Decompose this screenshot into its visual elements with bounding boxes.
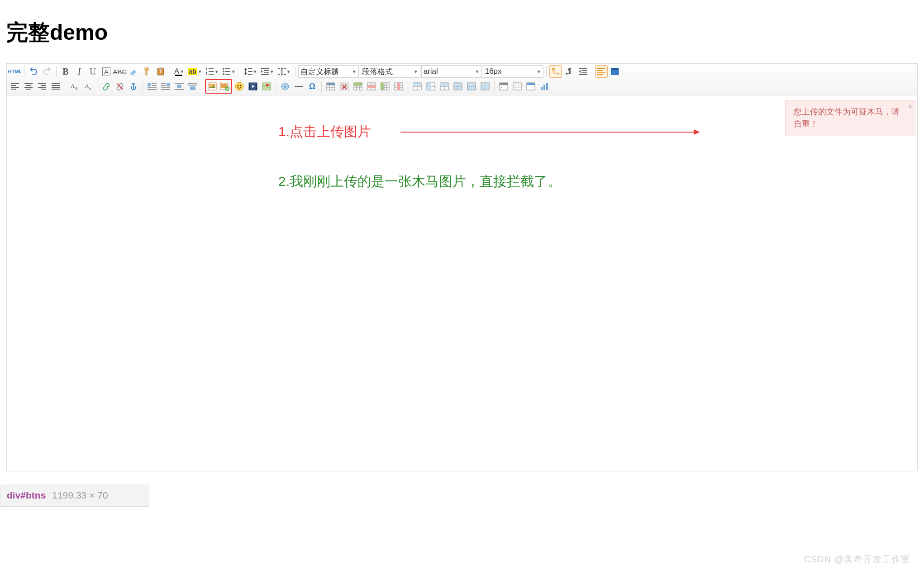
delete-row-button[interactable] <box>365 80 378 93</box>
split-cells-button[interactable] <box>452 80 464 93</box>
justify-full-button[interactable] <box>49 80 62 93</box>
split-cols-button[interactable] <box>479 80 491 93</box>
image-none-button[interactable] <box>186 80 199 93</box>
svg-rect-23 <box>284 68 286 69</box>
background-button[interactable] <box>511 80 524 93</box>
gmap-button[interactable] <box>279 80 291 93</box>
annotation-step2: 2.我刚刚上传的是一张木马图片，直接拦截了。 <box>278 172 561 191</box>
anchor-button[interactable] <box>127 80 140 93</box>
svg-rect-56 <box>152 83 157 84</box>
merge-right-button[interactable] <box>424 80 437 93</box>
outdent-button[interactable] <box>576 65 589 78</box>
svg-rect-6 <box>209 71 214 72</box>
strikethrough-button[interactable]: ABC <box>114 65 126 78</box>
svg-rect-20 <box>264 72 269 73</box>
svg-rect-64 <box>161 89 170 90</box>
multi-image-button[interactable] <box>219 80 231 93</box>
svg-rect-12 <box>225 71 230 72</box>
paragraph-select[interactable]: 段落格式▼ <box>360 65 420 78</box>
preview-button[interactable] <box>524 80 537 93</box>
svg-text:T: T <box>159 69 162 74</box>
table-button[interactable] <box>324 80 337 93</box>
line-height-button[interactable]: ▼ <box>243 65 259 78</box>
map-button[interactable] <box>260 80 273 93</box>
svg-rect-50 <box>52 83 60 84</box>
justify-left-button[interactable] <box>9 80 21 93</box>
alert-close-button[interactable]: × <box>908 101 912 112</box>
eraser-button[interactable] <box>127 65 140 78</box>
direction-rtl-button[interactable]: ¶ <box>563 65 576 78</box>
insert-col-before-button[interactable] <box>379 80 391 93</box>
redo-button[interactable] <box>41 65 53 78</box>
underline-button[interactable]: U <box>86 65 99 78</box>
video-button[interactable] <box>247 80 259 93</box>
svg-point-11 <box>223 71 224 72</box>
insert-code-button[interactable] <box>497 80 510 93</box>
font-border-button[interactable]: A <box>100 65 113 78</box>
chart-button[interactable] <box>538 80 551 93</box>
svg-rect-58 <box>148 87 157 88</box>
link-button[interactable] <box>100 80 113 93</box>
svg-text:¶: ¶ <box>568 67 572 74</box>
fore-color-button[interactable]: A▼ <box>173 65 186 78</box>
svg-rect-39 <box>11 85 16 86</box>
direction-ltr-button[interactable]: ¶ <box>549 65 562 78</box>
svg-rect-61 <box>161 83 166 84</box>
justify-center-button[interactable] <box>22 80 35 93</box>
unordered-list-button[interactable]: ▼ <box>221 65 237 78</box>
unlink-button[interactable] <box>114 80 126 93</box>
paste-plain-button[interactable]: T <box>154 65 167 78</box>
svg-rect-63 <box>161 87 170 88</box>
emoji-button[interactable] <box>233 80 246 93</box>
svg-rect-60 <box>167 83 170 86</box>
merge-down-button[interactable] <box>438 80 451 93</box>
svg-rect-49 <box>41 89 46 90</box>
row-spacing-button[interactable]: ▼ <box>276 65 292 78</box>
insert-row-before-button[interactable] <box>352 80 364 93</box>
format-brush-button[interactable] <box>141 65 153 78</box>
tolowercase-button[interactable]: Aa <box>81 80 94 93</box>
touppercase-button[interactable]: AA <box>68 80 81 93</box>
svg-text:¶: ¶ <box>552 67 555 74</box>
image-left-button[interactable] <box>146 80 158 93</box>
custom-style-select[interactable]: 自定义标题▼ <box>298 65 359 78</box>
svg-rect-31 <box>579 74 587 75</box>
split-rows-button[interactable] <box>465 80 478 93</box>
annotation-step1: 1.点击上传图片 <box>278 123 371 141</box>
svg-rect-57 <box>152 85 157 86</box>
delete-col-button[interactable] <box>392 80 405 93</box>
svg-rect-24 <box>278 74 280 75</box>
svg-rect-114 <box>543 85 545 90</box>
svg-rect-62 <box>161 85 166 86</box>
bold-button[interactable]: B <box>59 65 72 78</box>
svg-rect-4 <box>209 68 214 69</box>
upload-error-alert: × 您上传的文件为可疑木马，请自重！ <box>785 100 915 136</box>
editor-content[interactable]: 1.点击上传图片 2.我刚刚上传的是一张木马图片，直接拦截了。 × 您上传的文件… <box>7 95 917 471</box>
source-button[interactable]: HTML <box>9 65 21 78</box>
special-char-button[interactable]: Ω <box>306 80 319 93</box>
svg-rect-110 <box>513 83 521 90</box>
svg-rect-46 <box>38 83 46 84</box>
back-color-button[interactable]: ab▼ <box>186 65 203 78</box>
svg-rect-29 <box>581 70 587 71</box>
horizontal-rule-button[interactable] <box>292 80 305 93</box>
delete-table-button[interactable] <box>338 80 351 93</box>
merge-cells-button[interactable] <box>411 80 424 93</box>
image-center-button[interactable] <box>173 80 186 93</box>
svg-rect-37 <box>611 68 619 70</box>
svg-rect-113 <box>541 87 543 90</box>
rich-text-editor: HTML B I U A ABC T A▼ ab▼ 123▼ ▼ ▼ <box>6 63 918 471</box>
image-right-button[interactable] <box>159 80 172 93</box>
indent-button[interactable]: ▼ <box>260 65 276 78</box>
element-tag: div#btns <box>7 490 46 501</box>
svg-rect-59 <box>148 89 157 90</box>
justify-right-button[interactable] <box>36 80 48 93</box>
italic-button[interactable]: I <box>73 65 86 78</box>
ordered-list-button[interactable]: 123▼ <box>205 65 220 78</box>
font-size-select[interactable]: 16px▼ <box>483 65 543 78</box>
single-image-button[interactable] <box>206 80 219 93</box>
font-family-select[interactable]: arial▼ <box>421 65 482 78</box>
undo-button[interactable] <box>27 65 40 78</box>
align-left-button[interactable] <box>595 65 608 78</box>
fullscreen-button[interactable] <box>609 65 621 78</box>
